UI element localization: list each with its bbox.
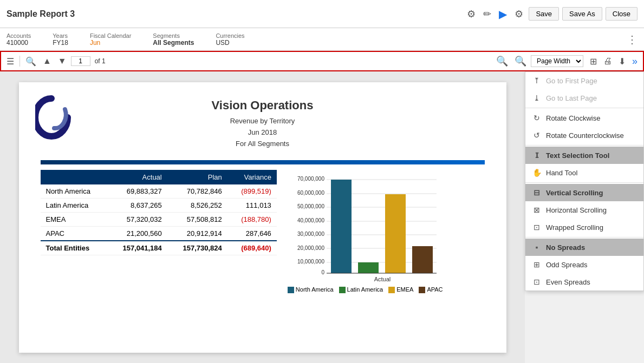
- legend-apac: APAC: [419, 286, 443, 293]
- menu-separator-4: [525, 237, 643, 237]
- filter-accounts-value: 410000: [6, 39, 31, 47]
- menu-separator-2: [525, 145, 643, 146]
- sidebar-toggle-button[interactable]: ☰: [4, 55, 16, 68]
- dropdown-menu: ⤒ Go to First Page ⤓ Go to Last Page ↻ R…: [525, 71, 644, 291]
- zoom-select[interactable]: Page Width Fit Page 50% 75% 100% 125% 15…: [531, 55, 583, 67]
- menu-go-last-page[interactable]: ⤓ Go to Last Page: [525, 89, 643, 107]
- hand-tool-icon: ✋: [532, 168, 542, 177]
- header-actions: ⚙ ✏ ▶ ⚙ Save Save As Close: [465, 5, 638, 23]
- page-number-input[interactable]: 1: [71, 56, 90, 66]
- pdf-toolbar: ☰ 🔍 ▲ ▼ 1 of 1 🔍 🔍 Page Width Fit Page 5…: [0, 51, 644, 71]
- filter-currencies-label: Currencies: [216, 32, 244, 39]
- play-icon[interactable]: ▶: [497, 5, 509, 23]
- edit-icon[interactable]: ✏: [481, 6, 493, 22]
- svg-text:10,000,000: 10,000,000: [297, 259, 324, 265]
- menu-vertical-scrolling-label: Vertical Scrolling: [546, 189, 603, 197]
- svg-text:Actual: Actual: [374, 276, 391, 282]
- fit-window-button[interactable]: ⊞: [588, 55, 599, 68]
- scroll-down-button[interactable]: ▼: [56, 55, 69, 67]
- zoom-out-button[interactable]: 🔍: [494, 54, 510, 68]
- report-logo: [35, 93, 79, 143]
- row-label: EMEA: [41, 213, 107, 227]
- bar-chart-svg: 70,000,000 60,000,000 50,000,000 40,000,…: [288, 174, 439, 282]
- col-header-plan: Plan: [167, 170, 227, 184]
- menu-horizontal-scrolling[interactable]: ⊠ Horizontal Scrolling: [525, 201, 643, 219]
- menu-no-spreads-label: No Spreads: [546, 243, 585, 252]
- report-area[interactable]: Vision Operations Revenue by Territory J…: [0, 71, 525, 363]
- legend-emea: EMEA: [388, 286, 413, 293]
- settings-wheel-icon[interactable]: ⚙: [465, 6, 478, 22]
- row-variance: 111,013: [227, 199, 277, 213]
- row-plan: 57,508,812: [167, 213, 227, 227]
- filter-years-value: FY18: [53, 39, 68, 47]
- filter-segments[interactable]: Segments All Segments: [153, 32, 194, 47]
- filter-currencies[interactable]: Currencies USD: [216, 32, 244, 47]
- logo-svg: [35, 93, 79, 142]
- save-as-button[interactable]: Save As: [562, 7, 602, 21]
- dropdown-menu-container: ⤒ Go to First Page ⤓ Go to Last Page ↻ R…: [525, 71, 644, 363]
- filter-fiscal-label: Fiscal Calendar: [90, 32, 131, 39]
- report-sub-line1: Revenue by Territory: [41, 116, 485, 127]
- filter-accounts[interactable]: Accounts 410000: [6, 32, 31, 47]
- menu-odd-spreads[interactable]: ⊞ Odd Spreads: [525, 256, 643, 273]
- menu-rotate-cw[interactable]: ↻ Rotate Clockwise: [525, 109, 643, 127]
- menu-separator-1: [525, 108, 643, 108]
- row-actual: 21,200,560: [107, 227, 167, 241]
- bar-emea: [385, 194, 406, 273]
- report-divider-bar: [41, 160, 485, 164]
- menu-text-selection[interactable]: 𝗜 Text Selection Tool: [525, 147, 643, 164]
- horizontal-scroll-icon: ⊠: [532, 206, 542, 214]
- page-of-label: of 1: [95, 57, 106, 65]
- app-title: Sample Report 3: [6, 9, 465, 19]
- print-button[interactable]: 🖨: [601, 55, 614, 67]
- svg-text:20,000,000: 20,000,000: [297, 245, 324, 251]
- data-table-container: Actual Plan Variance North America 69,88…: [41, 170, 277, 293]
- filter-years[interactable]: Years FY18: [53, 32, 68, 47]
- menu-vertical-scrolling[interactable]: ⊟ Vertical Scrolling: [525, 184, 643, 201]
- menu-rotate-ccw[interactable]: ↺ Rotate Counterclockwise: [525, 127, 643, 144]
- menu-no-spreads[interactable]: ▪ No Spreads: [525, 239, 643, 256]
- row-variance: (188,780): [227, 213, 277, 227]
- svg-text:0: 0: [321, 269, 324, 275]
- menu-wrapped-scrolling[interactable]: ⊡ Wrapped Scrolling: [525, 219, 643, 236]
- menu-even-spreads[interactable]: ⊡ Even Spreads: [525, 273, 643, 291]
- col-header-actual: Actual: [107, 170, 167, 184]
- menu-separator-3: [525, 182, 643, 183]
- close-button[interactable]: Close: [606, 7, 638, 21]
- even-spreads-icon: ⊡: [532, 278, 542, 286]
- more-tools-button[interactable]: »: [630, 55, 640, 68]
- gear-icon[interactable]: ⚙: [512, 6, 525, 22]
- report-sub-line2: Jun 2018: [41, 127, 485, 138]
- save-button[interactable]: Save: [529, 7, 559, 21]
- toolbar-separator-1: [19, 56, 20, 67]
- filter-accounts-label: Accounts: [6, 32, 31, 39]
- menu-rotate-ccw-label: Rotate Counterclockwise: [546, 131, 624, 140]
- download-button[interactable]: ⬇: [616, 55, 628, 68]
- row-plan: 20,912,914: [167, 227, 227, 241]
- total-actual: 157,041,184: [107, 241, 167, 255]
- svg-text:60,000,000: 60,000,000: [297, 190, 324, 196]
- menu-hand-tool[interactable]: ✋ Hand Tool: [525, 164, 643, 181]
- filter-more-icon[interactable]: ⋮: [627, 33, 638, 46]
- menu-wrapped-scrolling-label: Wrapped Scrolling: [546, 223, 603, 232]
- svg-text:70,000,000: 70,000,000: [297, 176, 324, 182]
- table-row: Latin America 8,637,265 8,526,252 111,01…: [41, 199, 277, 213]
- zoom-in-button[interactable]: 🔍: [512, 54, 529, 68]
- search-button[interactable]: 🔍: [23, 55, 38, 68]
- bar-latin-america: [358, 262, 379, 273]
- legend-latin-america: Latin America: [339, 286, 383, 293]
- filter-segments-value: All Segments: [153, 39, 194, 47]
- filter-currencies-value: USD: [216, 39, 244, 47]
- go-last-icon: ⤓: [532, 94, 542, 102]
- scroll-up-button[interactable]: ▲: [41, 55, 54, 67]
- toolbar-right-actions: ⊞ 🖨 ⬇ »: [588, 55, 640, 68]
- svg-text:30,000,000: 30,000,000: [297, 231, 324, 237]
- filter-fiscal[interactable]: Fiscal Calendar Jun: [90, 32, 131, 47]
- vertical-scroll-icon: ⊟: [532, 188, 542, 197]
- table-row: EMEA 57,320,032 57,508,812 (188,780): [41, 213, 277, 227]
- chart-area: Actual Plan Variance North America 69,88…: [41, 170, 485, 293]
- app-header: Sample Report 3 ⚙ ✏ ▶ ⚙ Save Save As Clo…: [0, 0, 644, 28]
- menu-horizontal-scrolling-label: Horizontal Scrolling: [546, 206, 607, 214]
- menu-go-first-page[interactable]: ⤒ Go to First Page: [525, 72, 643, 89]
- bar-north-america: [331, 180, 352, 273]
